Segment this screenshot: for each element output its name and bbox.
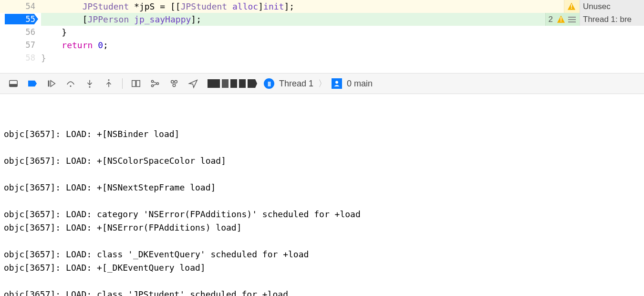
step-over-button[interactable] — [62, 75, 79, 92]
svg-point-8 — [151, 80, 153, 82]
warning-icon — [567, 2, 576, 11]
line-number[interactable]: 56 — [0, 26, 41, 39]
console-line — [4, 194, 640, 208]
svg-point-11 — [171, 81, 174, 84]
issue-current-line[interactable]: 2 — [545, 13, 580, 26]
toggle-debug-area-button[interactable] — [5, 75, 22, 92]
console-line: objc[3657]: LOAD: +[NSNextStepFrame load… — [4, 181, 640, 194]
frame-label: 0 main — [347, 79, 373, 89]
issue-count: 2 — [549, 15, 554, 24]
code-text[interactable]: } — [41, 26, 644, 39]
continue-button[interactable] — [43, 75, 60, 92]
warning-icon — [557, 15, 565, 24]
step-into-button[interactable] — [81, 75, 98, 92]
code-text[interactable]: return 0; — [41, 39, 644, 52]
toolbar-separator — [122, 78, 123, 89]
code-editor[interactable]: 54 JPStudent *jpS = [[JPStudent alloc]in… — [0, 0, 644, 73]
console-output[interactable]: objc[3657]: LOAD: +[NSBinder load] objc[… — [0, 94, 644, 296]
console-line — [4, 168, 640, 181]
debug-breadcrumb[interactable]: ||| Thread 1 〉 0 main — [208, 78, 373, 89]
code-text[interactable]: } — [41, 52, 644, 64]
simulate-location-button[interactable] — [185, 75, 202, 92]
issue-column: Unusec 2 Thread 1: bre — [545, 0, 644, 26]
debug-view-button[interactable] — [127, 75, 145, 92]
console-line: objc[3657]: LOAD: +[NSBinder load] — [4, 127, 640, 141]
svg-rect-1 — [10, 84, 18, 87]
console-line — [4, 275, 640, 288]
code-line[interactable]: 56 } — [0, 26, 644, 39]
console-line: objc[3657]: LOAD: class 'JPStudent' sche… — [4, 288, 640, 296]
line-number[interactable]: 54 — [0, 0, 41, 13]
step-out-button[interactable] — [100, 75, 117, 92]
svg-point-10 — [156, 83, 158, 85]
console-line — [4, 141, 640, 154]
svg-point-3 — [70, 85, 72, 87]
svg-point-13 — [173, 84, 176, 87]
svg-rect-7 — [136, 81, 140, 87]
line-number[interactable]: 55 — [0, 13, 41, 26]
frame-icon — [332, 78, 342, 89]
svg-rect-6 — [132, 81, 135, 87]
console-line — [4, 234, 640, 248]
thread-icon: ||| — [264, 78, 274, 89]
code-line[interactable]: 58} — [0, 52, 644, 64]
svg-point-4 — [89, 86, 91, 88]
issue-text[interactable]: Unusec — [580, 0, 644, 13]
breakpoints-toggle-button[interactable] — [24, 75, 41, 92]
console-line: objc[3657]: LOAD: category 'NSError(FPAd… — [4, 208, 640, 221]
svg-rect-2 — [48, 81, 50, 87]
debug-toolbar: ||| Thread 1 〉 0 main — [0, 73, 644, 94]
code-line[interactable]: 57 return 0; — [0, 39, 644, 52]
chevron-right-icon: 〉 — [318, 78, 327, 89]
thread-label: Thread 1 — [279, 79, 313, 89]
issue-label: Unusec — [583, 2, 611, 11]
console-line: objc[3657]: LOAD: +[NSColorSpaceColor lo… — [4, 154, 640, 168]
issue-list-icon — [568, 17, 576, 22]
svg-point-9 — [151, 85, 153, 86]
line-number[interactable]: 58 — [0, 52, 41, 64]
debug-memory-graph-button[interactable] — [146, 75, 164, 92]
issue-unused-warning[interactable] — [564, 0, 580, 13]
console-line: objc[3657]: LOAD: +[NSError(FPAdditions)… — [4, 221, 640, 234]
svg-point-5 — [108, 79, 110, 81]
console-line: objc[3657]: LOAD: +[_DKEventQuery load] — [4, 261, 640, 275]
process-icon — [208, 79, 257, 88]
console-line: objc[3657]: LOAD: class '_DKEventQuery' … — [4, 248, 640, 261]
issue-thread-stop[interactable]: Thread 1: bre — [580, 13, 644, 26]
svg-point-12 — [175, 81, 177, 84]
svg-point-14 — [335, 81, 338, 84]
line-number[interactable]: 57 — [0, 39, 41, 52]
debug-environment-button[interactable] — [166, 75, 183, 92]
issue-label: Thread 1: bre — [583, 15, 632, 24]
